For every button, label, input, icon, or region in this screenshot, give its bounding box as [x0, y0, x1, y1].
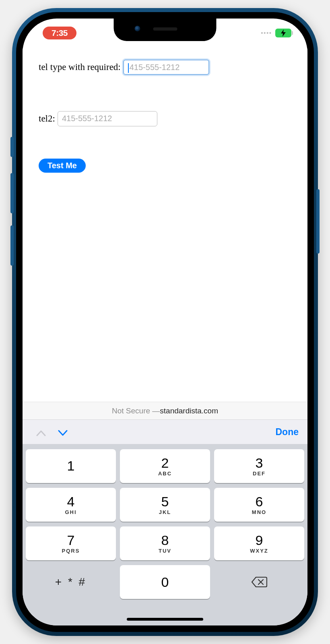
volume-down-button [10, 225, 14, 266]
key-backspace[interactable] [214, 565, 304, 599]
key-symbols[interactable]: + * # [26, 565, 116, 599]
key-3[interactable]: 3DEF [214, 449, 304, 483]
test-me-button[interactable]: Test Me [39, 159, 86, 173]
address-bar[interactable]: Not Secure — standardista.com [23, 402, 307, 419]
tel2-placeholder: 415-555-1212 [62, 114, 112, 123]
key-6[interactable]: 6MNO [214, 488, 304, 522]
cellular-dots-icon: •••• [261, 30, 272, 36]
done-button[interactable]: Done [276, 427, 299, 438]
phone-device-frame: 7:35 •••• tel type with required: 415-55… [12, 8, 318, 636]
key-0[interactable]: 0 [120, 565, 210, 599]
key-1[interactable]: 1 [26, 449, 116, 483]
next-field-button[interactable] [53, 425, 72, 438]
tel2-label: tel2: [39, 114, 55, 124]
tel1-label: tel type with required: [39, 62, 121, 72]
key-9[interactable]: 9WXYZ [214, 526, 304, 560]
home-indicator[interactable] [127, 618, 203, 621]
security-label: Not Secure — [112, 407, 160, 415]
tel1-placeholder: 415-555-1212 [130, 63, 180, 72]
web-content: tel type with required: 415-555-1212 tel… [23, 47, 307, 402]
key-8[interactable]: 8TUV [120, 526, 210, 560]
key-2[interactable]: 2ABC [120, 449, 210, 483]
power-button [316, 189, 320, 254]
previous-field-button [31, 425, 51, 438]
volume-up-button [10, 173, 14, 213]
tel2-input[interactable]: 415-555-1212 [58, 111, 157, 126]
mute-switch [10, 137, 14, 157]
front-camera-icon [134, 26, 140, 31]
key-7[interactable]: 7PQRS [26, 526, 116, 560]
url-domain: standardista.com [160, 407, 218, 415]
status-time-recording[interactable]: 7:35 [43, 27, 76, 39]
key-4[interactable]: 4GHI [26, 488, 116, 522]
backspace-icon [251, 576, 267, 588]
keyboard-accessory-bar: Done [23, 419, 307, 444]
key-5[interactable]: 5JKL [120, 488, 210, 522]
tel1-input[interactable]: 415-555-1212 [123, 60, 209, 75]
notch [114, 19, 217, 41]
numeric-keypad: 1 2ABC 3DEF 4GHI 5JKL 6MNO 7PQRS 8TUV 9W… [23, 444, 307, 625]
battery-charging-icon [275, 29, 291, 37]
